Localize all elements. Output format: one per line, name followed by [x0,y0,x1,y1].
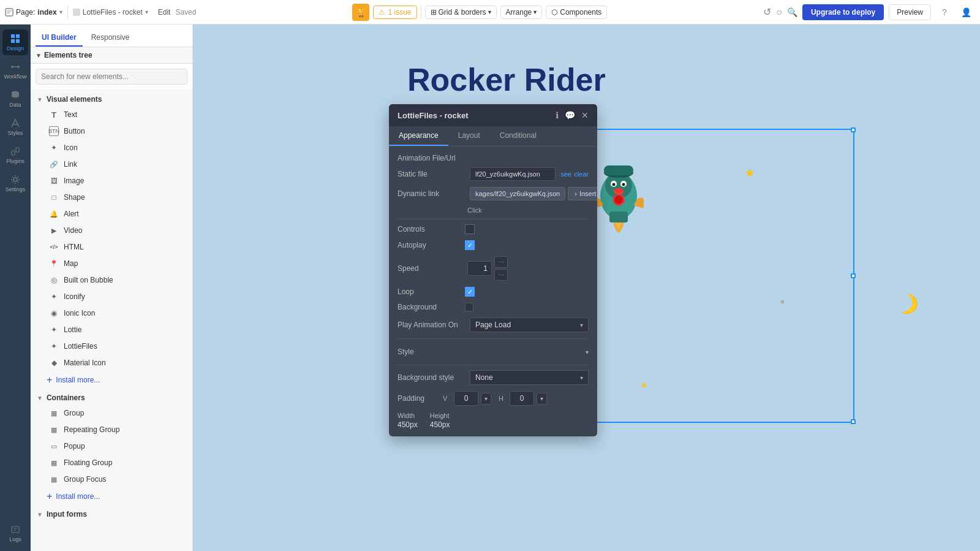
install-more-containers[interactable]: + Install more... [31,488,192,505]
element-image[interactable]: 🖼Image [33,173,190,189]
element-floating-group[interactable]: ▦Floating Group [33,455,190,471]
svg-rect-6 [11,39,15,43]
clear-link[interactable]: clear [574,170,589,178]
group-focus-icon: ▦ [49,474,59,484]
help-button[interactable]: ? [936,4,953,21]
element-material-icon[interactable]: ◆Material Icon [33,355,190,371]
input-arrow: ▼ [37,511,43,518]
element-popup[interactable]: ▭Popup [33,438,190,454]
bubble-icon: ◎ [49,275,59,285]
handle-mid-right[interactable] [851,273,856,278]
tab-ui-builder[interactable]: UI Builder [36,29,83,47]
element-alert[interactable]: 🔔Alert [33,206,190,222]
close-icon[interactable]: ✕ [581,110,589,120]
tab-responsive[interactable]: Responsive [85,29,136,47]
sidebar-workflow[interactable]: Workflow [2,58,28,83]
element-html[interactable]: </>HTML [33,239,190,255]
tab-layout[interactable]: Layout [448,126,490,146]
background-checkbox[interactable] [465,303,473,311]
containers-label: Containers [47,393,85,402]
page-selector[interactable]: Page: index ▾ [5,8,62,17]
styles-label: Styles [8,130,23,136]
sidebar-design[interactable]: Design [2,29,28,55]
chat-icon[interactable]: 💬 [565,110,575,120]
padding-label: Padding [398,394,440,403]
padding-h-input[interactable] [510,391,534,406]
issues-count: 1 issue [388,8,411,17]
search-input[interactable] [36,69,187,85]
static-file-value: lf20_yz6uikgwKq.json [470,167,556,181]
insert-dynamic-label: Insert dynamic data [579,190,597,197]
padding-v-input[interactable] [454,391,478,406]
sidebar-styles[interactable]: Styles [2,114,28,140]
see-link[interactable]: see [560,170,571,178]
element-text[interactable]: TText [33,107,190,123]
handle-top-right[interactable] [851,127,856,132]
element-lottie[interactable]: ✦Lottie [33,322,190,338]
element-video[interactable]: ▶Video [33,222,190,238]
element-group[interactable]: ▦Group [33,405,190,421]
sidebar-logs[interactable]: Logs [2,520,28,546]
element-icon[interactable]: ✦Icon [33,140,190,156]
undo-button[interactable]: ↺ [763,6,771,18]
element-group-focus[interactable]: ▦Group Focus [33,471,190,487]
upgrade-button[interactable]: Upgrade to deploy [802,4,884,20]
page-chevron: ▾ [59,9,62,15]
element-link[interactable]: 🔗Link [33,156,190,172]
lottie-icon: ✦ [49,325,59,335]
checkmark-icon: ✓ [467,241,473,249]
info-icon[interactable]: ℹ [556,110,559,120]
element-ionic-icon[interactable]: ◉Ionic Icon [33,305,190,321]
autoplay-checkbox[interactable]: ✓ [465,240,475,250]
containers-section[interactable]: ▼ Containers [31,389,192,405]
popup-icon: ▭ [49,441,59,451]
dynamic-input[interactable]: kages/lf20_yz6uikgwKq.json [470,187,565,200]
sidebar-data[interactable]: Data [2,86,28,112]
speed-dots-bottom[interactable]: ⋯ [494,269,508,281]
sidebar-plugins[interactable]: Plugins [2,142,28,168]
tab-conditional[interactable]: Conditional [490,126,546,146]
element-iconify[interactable]: ✦Iconify [33,289,190,305]
saved-label: Saved [175,8,196,17]
arrange-button[interactable]: Arrange ▾ [500,6,543,19]
element-built-on-bubble[interactable]: ◎Built on Bubble [33,272,190,288]
html-icon: </> [49,242,59,252]
grid-borders-button[interactable]: ⊞ Grid & borders ▾ [425,6,497,19]
canvas-area[interactable]: Rocker Rider ★ 🌙 ★ [193,25,980,551]
style-toggle[interactable]: Style ▾ [398,344,589,360]
element-map[interactable]: 📍Map [33,256,190,272]
element-lottiefiles[interactable]: ✦LottieFiles [33,338,190,354]
trophy-button[interactable]: 🏆 [352,4,369,21]
alert-icon: 🔔 [49,209,59,219]
input-forms-section[interactable]: ▼ Input forms [31,505,192,521]
tab-appearance[interactable]: Appearance [389,126,448,146]
components-button[interactable]: ⬡ Components [546,6,607,19]
handle-bottom-right[interactable] [851,419,856,424]
elements-tree-toggle[interactable]: ▼ Elements tree [31,47,192,64]
topbar: Page: index ▾ LottieFiles - rocket ▾ Edi… [0,0,980,25]
visual-elements-section[interactable]: ▼ Visual elements [31,90,192,106]
element-button[interactable]: BTNButton [33,123,190,139]
install-more-visual[interactable]: + Install more... [31,371,192,389]
preview-button[interactable]: Preview [889,4,931,20]
play-animation-select[interactable]: Page Load ▾ [470,317,589,332]
play-animation-value: Page Load [475,321,511,329]
file-selector[interactable]: LottieFiles - rocket ▾ [73,8,148,17]
search-button[interactable]: 🔍 [787,7,797,17]
padding-h-dots[interactable]: ▾ [537,393,547,405]
loop-checkbox[interactable]: ✓ [465,287,475,297]
padding-v-dots[interactable]: ▾ [481,393,491,405]
redo-button[interactable]: ○ [776,7,782,18]
speed-label: Speed [398,264,465,273]
insert-dynamic-button[interactable]: › Insert dynamic data [568,187,597,200]
issues-button[interactable]: ⚠ 1 issue [373,6,417,19]
bg-style-select[interactable]: None ▾ [470,370,589,385]
speed-dots-top[interactable]: ⋯ [494,256,508,268]
sidebar-settings[interactable]: Settings [2,170,28,196]
controls-checkbox[interactable] [465,224,475,234]
element-repeating-group[interactable]: ▦Repeating Group [33,422,190,438]
user-button[interactable]: 👤 [958,4,975,21]
element-shape[interactable]: □Shape [33,189,190,205]
play-animation-chevron: ▾ [580,322,583,329]
speed-input[interactable] [467,261,492,276]
